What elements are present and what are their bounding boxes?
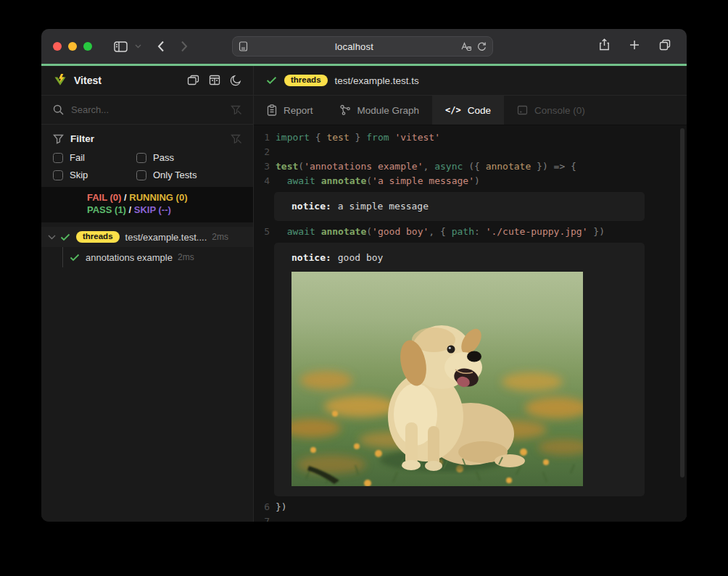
filter-checkbox-skip[interactable]: Skip xyxy=(53,170,136,180)
notice-label: notice: xyxy=(291,201,331,212)
tree-guide-line xyxy=(62,247,63,267)
code-line: 5 await annotate('good boy', { path: './… xyxy=(254,225,687,239)
address-bar[interactable]: localhost xyxy=(232,36,493,57)
screen: localhost xyxy=(0,0,728,576)
minimize-window-button[interactable] xyxy=(68,42,77,51)
chevron-down-icon xyxy=(135,44,141,49)
notice-text: a simple message xyxy=(338,201,429,212)
chevron-right-icon xyxy=(181,41,188,52)
summary-line-2: PASS (1) / SKIP (--) xyxy=(87,204,253,216)
checkbox[interactable] xyxy=(136,153,146,163)
checkbox[interactable] xyxy=(53,170,63,180)
pass-check-icon xyxy=(60,233,70,241)
forward-button[interactable] xyxy=(178,38,191,55)
browser-titlebar: localhost xyxy=(41,29,687,64)
new-tab-button[interactable] xyxy=(626,37,642,53)
tab-report[interactable]: Report xyxy=(254,96,326,125)
traffic-lights xyxy=(53,42,92,51)
file-header: threads test/example.test.ts xyxy=(254,66,687,96)
reload-icon[interactable] xyxy=(476,41,487,51)
summary-line-1: FAIL (0) / RUNNING (0) xyxy=(87,191,253,204)
tab-console[interactable]: Console (0) xyxy=(504,96,598,125)
sidebar-menu-chevron[interactable] xyxy=(132,41,144,51)
notice-text: good boy xyxy=(338,252,384,263)
page-settings-icon[interactable] xyxy=(239,41,248,51)
search-input[interactable] xyxy=(71,104,223,115)
tab-module-graph[interactable]: Module Graph xyxy=(326,96,433,125)
share-button[interactable] xyxy=(596,36,613,54)
main-panel: threads test/example.test.ts Report xyxy=(254,66,687,522)
notice-label: notice: xyxy=(291,252,331,263)
clear-filter-icon[interactable] xyxy=(231,105,241,115)
filter-checkbox-pass[interactable]: Pass xyxy=(136,152,241,163)
report-grid-icon xyxy=(209,75,220,86)
chevron-left-icon xyxy=(157,41,165,52)
pass-check-icon xyxy=(70,254,80,262)
code-line: 3test('annotations example', async ({ an… xyxy=(254,159,687,174)
filter-checkbox-fail[interactable]: Fail xyxy=(53,152,136,163)
back-button[interactable] xyxy=(154,38,167,55)
checkbox[interactable] xyxy=(53,153,63,163)
filter-title: Filter xyxy=(70,133,94,144)
test-file-row[interactable]: threads test/example.test.... 2ms xyxy=(41,227,253,247)
code-icon: </> xyxy=(445,105,461,115)
open-file-name: test/example.test.ts xyxy=(335,75,419,86)
test-case-name: annotations example xyxy=(86,252,173,263)
sidebar-icon xyxy=(114,41,128,52)
share-icon xyxy=(599,38,610,51)
dashboard-button[interactable] xyxy=(187,75,199,86)
vitest-logo-icon xyxy=(53,73,67,88)
theme-toggle-button[interactable] xyxy=(230,75,241,86)
dashboard-icon xyxy=(187,75,199,86)
clipboard-icon xyxy=(267,104,277,116)
report-view-button[interactable] xyxy=(209,75,220,86)
app-title: Vitest xyxy=(74,75,102,86)
zoom-window-button[interactable] xyxy=(83,42,92,51)
scrollbar-thumb[interactable] xyxy=(680,128,684,477)
code-line: 2 xyxy=(254,145,687,159)
pass-check-icon xyxy=(266,76,277,85)
chevron-down-icon[interactable] xyxy=(48,235,56,240)
code-line: 4 await annotate('a simple message') xyxy=(254,174,687,188)
annotation-notice: notice:a simple message xyxy=(274,192,645,221)
code-line: 1import { test } from 'vitest' xyxy=(254,130,687,145)
pool-badge: threads xyxy=(76,231,120,243)
test-tree: threads test/example.test.... 2ms annota… xyxy=(41,227,253,267)
test-case-row[interactable]: annotations example 2ms xyxy=(41,247,253,267)
test-summary: FAIL (0) / RUNNING (0) PASS (1) / SKIP (… xyxy=(41,187,253,222)
moon-icon xyxy=(230,75,241,86)
sidebar: Vitest xyxy=(41,66,254,522)
module-graph-icon xyxy=(339,104,351,116)
annotation-notice: notice:good boy xyxy=(274,243,645,496)
search-icon xyxy=(53,104,64,115)
translate-icon[interactable] xyxy=(460,41,471,51)
test-file-name: test/example.test.... xyxy=(125,232,207,243)
filter-checkbox-only-tests[interactable]: Only Tests xyxy=(136,170,241,180)
close-window-button[interactable] xyxy=(53,42,62,51)
browser-window: localhost xyxy=(41,29,687,522)
test-duration: 2ms xyxy=(178,252,194,262)
pool-badge: threads xyxy=(284,75,328,87)
plus-icon xyxy=(629,40,640,50)
console-icon xyxy=(517,105,528,115)
tab-code[interactable]: </> Code xyxy=(432,96,504,125)
sidebar-toggle-button[interactable] xyxy=(111,38,131,55)
url-text: localhost xyxy=(248,41,460,52)
tabs-overview-icon xyxy=(659,39,671,51)
clear-filter-icon[interactable] xyxy=(231,134,241,144)
tab-overview-button[interactable] xyxy=(656,36,674,54)
view-tabs: Report Module Graph </> Code xyxy=(254,96,687,125)
checkbox[interactable] xyxy=(136,170,146,180)
filter-funnel-icon xyxy=(53,134,64,144)
puppy-attachment-image xyxy=(291,272,583,486)
code-line: 7 xyxy=(254,514,687,522)
code-viewer[interactable]: 1import { test } from 'vitest' 2 3test('… xyxy=(254,125,687,522)
code-line: 6}) xyxy=(254,500,687,514)
test-duration: 2ms xyxy=(212,232,228,242)
